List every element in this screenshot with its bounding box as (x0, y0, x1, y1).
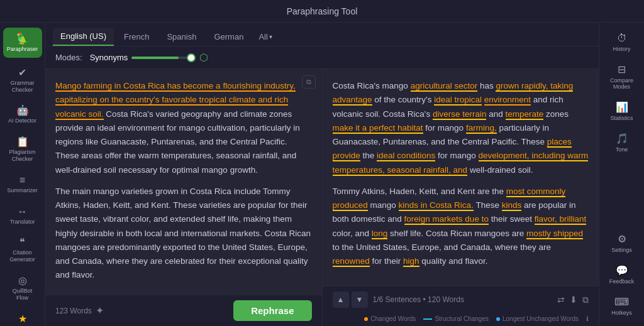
tone-label: Tone (616, 146, 628, 153)
right-sidebar-item-feedback[interactable]: 💬 Feedback (602, 259, 641, 290)
sidebar-item-paraphraser[interactable]: 🦜 Paraphraser (3, 28, 42, 58)
input-copy-button[interactable]: ⧉ (302, 75, 316, 89)
sidebar-paraphraser-label: Paraphraser (7, 46, 38, 53)
tab-french[interactable]: French (116, 28, 157, 45)
statistics-icon: 📊 (616, 101, 628, 113)
top-bar: Paraphrasing Tool (0, 0, 644, 23)
synonyms-label: Synonyms (90, 53, 128, 62)
sidebar-item-summarizer[interactable]: ≡ Summarizer (3, 170, 42, 199)
output-footer-left: ▲ ▼ 1/6 Sentences • 120 Words (333, 291, 464, 308)
history-icon: ⏱ (617, 33, 627, 44)
ai-detector-label: AI Detector (8, 117, 36, 124)
output-panel-footer: ▲ ▼ 1/6 Sentences • 120 Words ⇄ ⬇ ⧉ (323, 286, 599, 313)
synonyms-mode[interactable]: Synonyms ⬡ (90, 52, 209, 63)
input-paragraph-2: The main mango varieties grown in Costa … (55, 185, 312, 283)
changed-word-7: make it a perfect habitat (333, 123, 423, 134)
output-text-area[interactable]: Costa Rica's mango agricultural sector h… (323, 69, 599, 286)
left-sidebar: 🦜 Paraphraser ✔ Grammar Checker 🤖 AI Det… (0, 23, 45, 326)
hotkeys-icon: ⌨ (614, 296, 629, 308)
changed-word-4: environment (484, 95, 531, 106)
right-sidebar-item-compare[interactable]: ⊟ Compare Modes (602, 58, 641, 95)
legend-bar: Changed Words Structural Changes Longest… (323, 313, 599, 326)
conj-and: and (441, 187, 455, 196)
changed-word-5: diverse terrain (433, 109, 487, 120)
feedback-label: Feedback (609, 278, 635, 285)
unchanged-text-4: for mango (425, 123, 464, 133)
sentence-nav: ▲ ▼ (333, 291, 368, 308)
prev-sentence-button[interactable]: ▲ (333, 291, 349, 308)
changed-word-8: farming, (466, 123, 497, 134)
next-sentence-button[interactable]: ▼ (352, 291, 368, 308)
changed-word-3: ideal tropical (434, 95, 482, 106)
legend-structural: Structural Changes (423, 315, 489, 322)
tab-english-us[interactable]: English (US) (53, 28, 114, 46)
flow-icon: ◎ (18, 276, 27, 286)
changed-word-19: renowned (333, 256, 370, 267)
flow-label: QuillBot Flow (7, 288, 38, 302)
grammar-icon: ✔ (18, 68, 26, 78)
sidebar-item-grammar[interactable]: ✔ Grammar Checker (3, 63, 42, 99)
chevron-down-icon: ▾ (269, 33, 272, 40)
right-sidebar-item-statistics[interactable]: 📊 Statistics (602, 96, 641, 126)
sidebar-item-ai-detector[interactable]: 🤖 AI Detector (3, 101, 42, 129)
sidebar-item-translator[interactable]: ↔ Translator (3, 202, 42, 231)
translator-icon: ↔ (18, 207, 28, 217)
rephrase-button[interactable]: Rephrase (233, 300, 311, 321)
changed-word-13: kinds in Costa Rica. (399, 200, 474, 211)
changed-word-16: flavor, brilliant (535, 214, 587, 225)
output-paragraph-2: Tommy Atkins, Haden, Keitt, and Kent are… (333, 185, 589, 269)
output-panel: Costa Rica's mango agricultural sector h… (323, 69, 599, 326)
feedback-icon: 💬 (616, 264, 628, 276)
input-text-area[interactable]: ⧉ Mango farming in Costa Rica has become… (45, 69, 322, 295)
editor-panels: ⧉ Mango farming in Costa Rica has become… (45, 69, 599, 326)
translator-label: Translator (9, 219, 35, 225)
tab-spanish[interactable]: Spanish (159, 28, 204, 45)
tab-german[interactable]: German (206, 28, 251, 45)
sidebar-item-plagiarism[interactable]: 📋 Plagiarism Checker (3, 132, 42, 168)
changed-word-18: mostly shipped (526, 229, 583, 239)
changed-word-15: foreign markets due to (404, 214, 489, 225)
right-sidebar-item-settings[interactable]: ⚙ Settings (602, 228, 641, 258)
language-tabs: English (US) French Spanish German All ▾ (45, 23, 599, 46)
slider-end-icon: ⬡ (199, 52, 208, 63)
download-icon[interactable]: ⬇ (570, 295, 577, 305)
word-count-value: 123 Words (55, 307, 92, 315)
main-layout: 🦜 Paraphraser ✔ Grammar Checker 🤖 AI Det… (0, 23, 644, 326)
legend-longest: Longest Unchanged Words (496, 315, 579, 322)
compare-modes-label: Compare Modes (606, 77, 638, 90)
longest-label: Longest Unchanged Words (502, 315, 579, 322)
tone-icon: 🎵 (616, 133, 628, 144)
plagiarism-icon: 📋 (16, 137, 29, 147)
input-paragraph-1: Mango farming in Costa Rica has become a… (55, 79, 312, 177)
changed-words-dot (364, 317, 368, 321)
premium-icon: ★ (18, 314, 27, 324)
compare-icon[interactable]: ⇄ (557, 295, 565, 305)
settings-icon: ⚙ (618, 233, 626, 245)
changed-word-1: agricultural sector (411, 81, 478, 92)
legend-changed-words: Changed Words (364, 315, 416, 322)
input-panel: ⧉ Mango farming in Costa Rica has become… (45, 69, 323, 326)
right-sidebar-item-history[interactable]: ⏱ History (602, 28, 641, 57)
unchanged-text-2: and (489, 109, 503, 119)
right-sidebar-item-hotkeys[interactable]: ⌨ Hotkeys (602, 291, 641, 321)
output-action-icons: ⇄ ⬇ ⧉ (557, 295, 589, 305)
history-label: History (613, 46, 630, 52)
sidebar-item-flow[interactable]: ◎ QuillBot Flow (3, 271, 42, 307)
grammar-label: Grammar Checker (7, 80, 38, 94)
copy-output-icon[interactable]: ⧉ (582, 295, 589, 305)
legend-info-icon[interactable]: ℹ (586, 315, 589, 322)
structural-line (423, 318, 432, 320)
changed-word-10: ideal conditions (377, 151, 435, 161)
right-sidebar-item-tone[interactable]: 🎵 Tone (602, 128, 641, 158)
tab-all[interactable]: All ▾ (253, 28, 277, 45)
sidebar-item-premium[interactable]: ★ QuillBot Premium (3, 309, 42, 326)
slider-thumb (187, 53, 196, 62)
statistics-label: Statistics (610, 115, 633, 121)
sidebar-item-citation[interactable]: ❝ Citation Generator (3, 232, 42, 268)
page-title: Paraphrasing Tool (287, 6, 358, 16)
content-area: English (US) French Spanish German All ▾… (45, 23, 599, 326)
synonyms-slider[interactable]: ⬡ (131, 52, 208, 63)
summarizer-icon: ≡ (19, 175, 25, 185)
unchanged-text-7: for mango (438, 151, 476, 160)
all-label: All (258, 32, 267, 41)
